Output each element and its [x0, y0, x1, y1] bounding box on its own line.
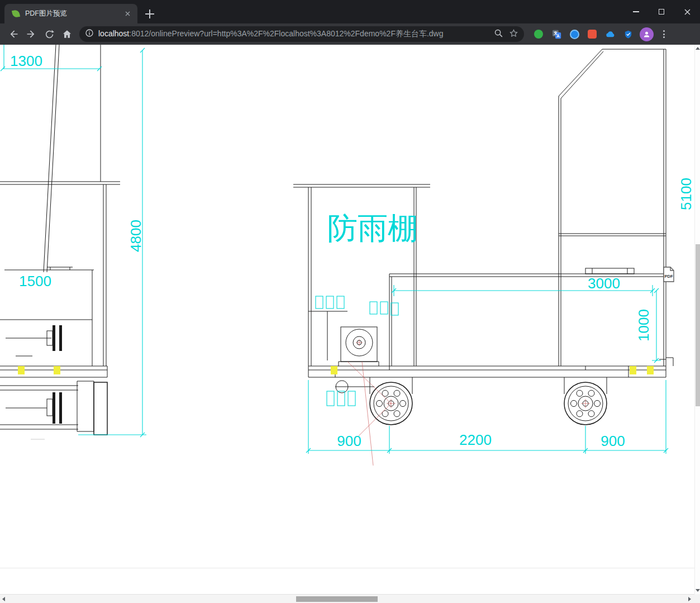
url-path: :8012/onlinePreview?url=http%3A%2F%2Floc…: [129, 29, 443, 38]
forward-icon[interactable]: [23, 26, 39, 42]
pdf-badge-label: PDF: [665, 274, 673, 279]
maximize-button[interactable]: [649, 0, 674, 23]
close-button[interactable]: [674, 0, 700, 23]
pdf-file-icon[interactable]: PDF: [663, 267, 675, 282]
preview-page: 1300 4800 1500 防雨棚 5100 3000 1000 900 22…: [0, 45, 700, 594]
browser-tab[interactable]: PDF图片预览: [4, 4, 137, 23]
tab-title: PDF图片预览: [25, 9, 123, 18]
spring-leaf-favicon: [12, 10, 20, 18]
horizontal-scrollbar-thumb[interactable]: [296, 596, 378, 602]
dimension-label-3000: 3000: [588, 275, 620, 292]
horizontal-scrollbar[interactable]: [0, 594, 700, 603]
url-text[interactable]: localhost:8012/onlinePreview?url=http%3A…: [98, 29, 494, 39]
translate-extension-icon[interactable]: [549, 27, 564, 41]
url-host: localhost: [98, 29, 129, 38]
pdf-page-edge: [0, 568, 696, 568]
home-icon[interactable]: [59, 26, 75, 42]
vertical-scrollbar[interactable]: [694, 45, 700, 594]
scrollbar-corner: [694, 594, 700, 603]
browser-titlebar: PDF图片预览: [0, 0, 700, 23]
vertical-scrollbar-thumb[interactable]: [696, 244, 700, 406]
shelter-title-text: 防雨棚: [327, 211, 418, 245]
page-info-icon[interactable]: [85, 29, 94, 40]
dimension-label-1300: 1300: [10, 53, 42, 69]
scroll-left-arrow-icon[interactable]: [2, 597, 5, 601]
back-icon[interactable]: [6, 26, 21, 42]
bookmark-star-icon[interactable]: [509, 29, 518, 40]
new-tab-button[interactable]: [144, 8, 155, 20]
dimension-label-900-right: 900: [601, 433, 625, 449]
browser-menu-icon[interactable]: [659, 29, 669, 39]
minimize-button[interactable]: [623, 0, 649, 23]
tab-close-icon[interactable]: [123, 10, 132, 18]
browser-toolbar: localhost:8012/onlinePreview?url=http%3A…: [0, 23, 700, 45]
extension-icon-green[interactable]: [531, 27, 546, 41]
extension-icon-blue-circle[interactable]: [567, 27, 582, 41]
scroll-down-arrow-icon[interactable]: [696, 589, 700, 592]
dimension-label-2200: 2200: [459, 431, 492, 448]
dimension-label-1500: 1500: [19, 273, 51, 289]
url-bar[interactable]: localhost:8012/onlinePreview?url=http%3A…: [79, 26, 524, 42]
extensions-row: [530, 27, 637, 41]
dimension-label-900-left: 900: [337, 433, 361, 449]
reload-icon[interactable]: [41, 26, 57, 42]
cyan-detail-boxes: [316, 296, 398, 406]
cad-drawing: 1300 4800 1500 防雨棚 5100 3000 1000 900 22…: [0, 45, 696, 568]
scroll-up-arrow-icon[interactable]: [696, 47, 700, 50]
shield-extension-icon[interactable]: [621, 27, 635, 41]
dimension-label-1000: 1000: [635, 309, 652, 341]
dimension-label-4800: 4800: [127, 220, 144, 252]
extension-icon-red[interactable]: [585, 27, 599, 41]
profile-avatar[interactable]: [640, 27, 654, 41]
cloud-extension-icon[interactable]: [603, 27, 617, 41]
dimension-label-5100: 5100: [678, 178, 694, 210]
zoom-icon[interactable]: [494, 29, 503, 40]
scroll-right-arrow-icon[interactable]: [688, 597, 691, 601]
